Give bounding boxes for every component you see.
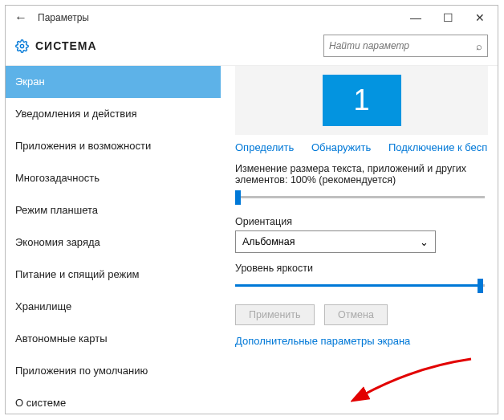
header-band: СИСТЕМА ⌕ <box>6 30 498 65</box>
sidebar-item-tablet[interactable]: Режим планшета <box>6 194 221 226</box>
monitor-tile-1[interactable]: 1 <box>323 75 401 126</box>
display-action-links: Определить Обнаружить Подключение к бесп… <box>235 141 488 153</box>
sidebar: Экран Уведомления и действия Приложения … <box>6 66 221 412</box>
svg-point-0 <box>20 44 23 47</box>
search-icon: ⌕ <box>476 40 482 52</box>
close-button[interactable]: ✕ <box>464 6 496 29</box>
chevron-down-icon: ⌄ <box>420 236 429 248</box>
sidebar-item-notifications[interactable]: Уведомления и действия <box>6 98 221 130</box>
search-input[interactable] <box>329 40 476 51</box>
sidebar-item-multitasking[interactable]: Многозадачность <box>6 162 221 194</box>
gear-icon <box>15 39 29 53</box>
sidebar-item-default-apps[interactable]: Приложения по умолчанию <box>6 355 221 387</box>
identify-link[interactable]: Определить <box>235 141 294 153</box>
brightness-slider[interactable] <box>235 277 488 295</box>
scale-slider-thumb[interactable] <box>235 190 241 205</box>
back-button[interactable]: ← <box>12 10 30 25</box>
maximize-button[interactable]: ☐ <box>432 6 464 29</box>
sidebar-item-battery[interactable]: Экономия заряда <box>6 226 221 259</box>
settings-window: ← Параметры — ☐ ✕ СИСТЕМА ⌕ Экран Уведом… <box>5 5 498 414</box>
sidebar-item-about[interactable]: О системе <box>6 387 221 412</box>
brightness-slider-thumb[interactable] <box>478 279 483 293</box>
sidebar-item-storage[interactable]: Хранилище <box>6 291 221 323</box>
minimize-button[interactable]: — <box>400 6 432 29</box>
display-preview: 1 <box>235 66 488 135</box>
cancel-button[interactable]: Отмена <box>324 304 388 325</box>
sidebar-item-display[interactable]: Экран <box>6 66 221 98</box>
sidebar-item-apps[interactable]: Приложения и возможности <box>6 130 221 162</box>
scale-slider[interactable] <box>235 189 488 206</box>
window-title: Параметры <box>38 12 400 23</box>
brightness-label: Уровень яркости <box>235 263 488 274</box>
orientation-select[interactable]: Альбомная ⌄ <box>235 230 436 253</box>
main-pane: 1 Определить Обнаружить Подключение к бе… <box>221 66 498 412</box>
orientation-label: Ориентация <box>235 216 488 227</box>
section-title: СИСТЕМА <box>35 39 323 52</box>
wireless-link[interactable]: Подключение к беспроводному ди <box>388 141 488 153</box>
apply-cancel-row: Применить Отмена <box>235 304 488 325</box>
advanced-display-link[interactable]: Дополнительные параметры экрана <box>235 335 488 347</box>
search-box[interactable]: ⌕ <box>323 35 488 57</box>
title-bar: ← Параметры — ☐ ✕ <box>6 6 498 30</box>
sidebar-item-offline-maps[interactable]: Автономные карты <box>6 323 221 355</box>
detect-link[interactable]: Обнаружить <box>311 141 371 153</box>
scale-label: Изменение размера текста, приложений и д… <box>235 163 488 186</box>
apply-button[interactable]: Применить <box>235 304 315 325</box>
sidebar-item-power[interactable]: Питание и спящий режим <box>6 259 221 291</box>
